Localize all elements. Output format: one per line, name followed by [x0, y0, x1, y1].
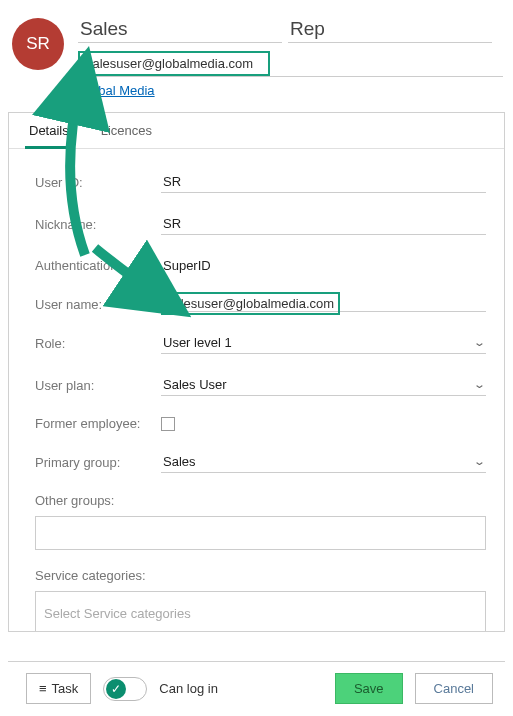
role-label: Role:	[35, 336, 161, 351]
header-email-highlight: salesuser@globalmedia.com	[78, 51, 270, 76]
chevron-down-icon: ⌄	[473, 378, 486, 391]
company-link[interactable]: Global Media	[78, 83, 155, 98]
details-scroll[interactable]: User ID: Nickname: Authentication: Super…	[9, 149, 504, 631]
menu-icon: ≡	[39, 681, 47, 696]
cancel-button[interactable]: Cancel	[415, 673, 493, 704]
othergroups-multiselect[interactable]	[35, 516, 486, 550]
check-icon: ✓	[106, 679, 126, 699]
username-label: User name:	[35, 297, 161, 312]
user-id-input[interactable]	[161, 171, 486, 193]
userplan-select[interactable]: Sales User ⌄	[161, 374, 486, 396]
details-panel: Details Licences User ID: Nickname: Auth…	[8, 112, 505, 632]
primarygroup-value: Sales	[163, 454, 196, 469]
tab-details[interactable]: Details	[25, 113, 73, 149]
task-button[interactable]: ≡ Task	[26, 673, 91, 704]
userplan-value: Sales User	[163, 377, 227, 392]
primarygroup-select[interactable]: Sales ⌄	[161, 451, 486, 473]
role-value: User level 1	[163, 335, 232, 350]
nickname-input[interactable]	[161, 213, 486, 235]
username-highlight: salesuser@globalmedia.com	[161, 292, 340, 315]
chevron-down-icon: ⌄	[473, 455, 486, 468]
primarygroup-label: Primary group:	[35, 455, 161, 470]
tab-licences[interactable]: Licences	[97, 113, 156, 149]
former-employee-checkbox[interactable]	[161, 417, 175, 431]
authentication-label: Authentication:	[35, 258, 161, 273]
footer-bar: ≡ Task ✓ Can log in Save Cancel	[8, 661, 505, 704]
servicecat-label: Service categories:	[35, 568, 486, 583]
othergroups-label: Other groups:	[35, 493, 486, 508]
last-name-input[interactable]	[288, 18, 492, 43]
role-select[interactable]: User level 1 ⌄	[161, 332, 486, 354]
save-button[interactable]: Save	[335, 673, 403, 704]
former-employee-label: Former employee:	[35, 416, 161, 431]
can-log-in-toggle[interactable]: ✓	[103, 677, 147, 701]
nickname-label: Nickname:	[35, 217, 161, 232]
first-name-input[interactable]	[78, 18, 282, 43]
task-label: Task	[52, 681, 79, 696]
avatar: SR	[12, 18, 64, 70]
authentication-value: SuperID	[161, 255, 486, 276]
can-log-in-label: Can log in	[159, 681, 218, 696]
chevron-down-icon: ⌄	[473, 336, 486, 349]
servicecat-multiselect[interactable]: Select Service categories	[35, 591, 486, 631]
user-id-label: User ID:	[35, 175, 161, 190]
userplan-label: User plan:	[35, 378, 161, 393]
